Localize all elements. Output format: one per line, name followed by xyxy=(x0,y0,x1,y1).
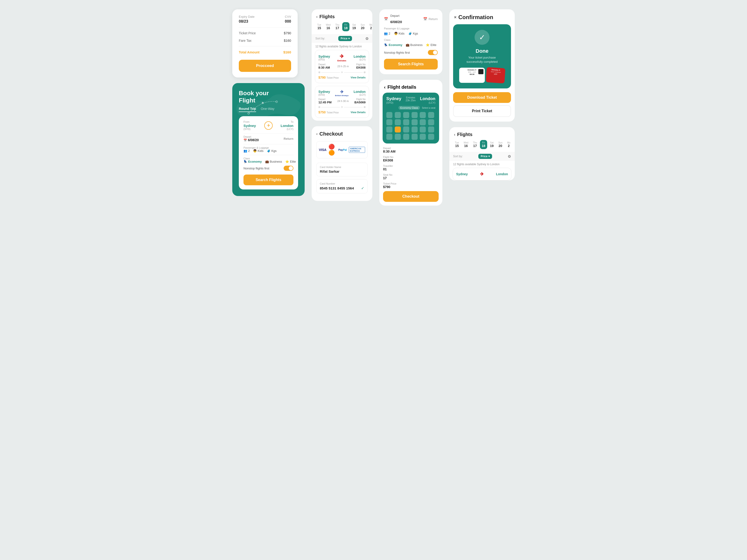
proceed-button[interactable]: Procceed xyxy=(239,60,291,72)
date-item-mo2[interactable]: Mo2 xyxy=(367,22,372,31)
date-item-tue15[interactable]: Tue15 xyxy=(315,22,323,31)
seat-18[interactable] xyxy=(428,127,434,133)
card-number-field[interactable]: Card Number 8545 5131 8455 1564 ✓ xyxy=(316,179,368,193)
seat-14-selected[interactable] xyxy=(395,127,401,133)
sm-flight-item-ek008[interactable]: Sydney ✈ London xyxy=(453,168,512,180)
seat-23[interactable] xyxy=(420,134,426,140)
checkout-button[interactable]: Checkout xyxy=(383,191,439,202)
seat-21[interactable] xyxy=(403,134,409,140)
ba-logo: ✈ xyxy=(335,89,349,95)
check-circle-icon: ✓ xyxy=(361,186,364,190)
fl2-from-city: Sydney xyxy=(318,90,330,94)
date-item-sat19[interactable]: Sat19 xyxy=(351,22,358,31)
fl2-to-code: (LCY) xyxy=(354,94,365,96)
seat-13[interactable] xyxy=(386,127,392,133)
flight-item-ek008[interactable]: Sydney (SYD) ✈ Emirates London (LCY) Dep… xyxy=(315,50,369,83)
fl1-flightno: EK008 xyxy=(356,66,365,69)
seat-10[interactable] xyxy=(412,119,418,125)
seat-select-label: Select a seat xyxy=(422,107,435,109)
business-option[interactable]: 💼 Business xyxy=(265,160,282,163)
filter-economy[interactable]: 💺 Economy xyxy=(384,43,403,47)
flight-item-ba5069[interactable]: Sydney (SYD) ✈ British Airways London (L… xyxy=(315,86,369,118)
fl1-to-code: (LCY) xyxy=(354,58,365,61)
fl1-dot-end xyxy=(364,72,365,73)
fl2-flightno: BA5069 xyxy=(354,101,365,104)
sm-date-sun20[interactable]: Sun20 xyxy=(496,140,505,149)
economy-option[interactable]: 💺 Economy xyxy=(243,160,262,163)
done-check-icon: ✓ xyxy=(474,30,490,45)
checkout-back-icon[interactable]: ‹ xyxy=(316,132,317,136)
flights-title: Flights xyxy=(319,14,335,19)
sm-date-mo2[interactable]: Mo2 xyxy=(505,140,512,149)
filter-passengers-row: 👥 2 👦 Kids 🧳 Kgs xyxy=(384,32,438,35)
paypal-icon[interactable]: PayPal xyxy=(338,149,347,151)
fl2-to-city: London xyxy=(354,90,365,94)
filter-nonstop-toggle[interactable] xyxy=(428,50,438,55)
mastercard-icon[interactable]: 🔴🟠 xyxy=(329,144,337,156)
fl1-from-city: Sydney xyxy=(318,55,330,58)
sm-sort-pill[interactable]: Price ▾ xyxy=(478,154,492,159)
sm-sort-value: Price xyxy=(481,155,487,158)
seat-11[interactable] xyxy=(420,119,426,125)
print-ticket-button[interactable]: Print Ticket xyxy=(453,105,511,117)
back-arrow-icon[interactable]: ‹ xyxy=(316,15,317,19)
filter-kgs: Kgs xyxy=(413,32,418,35)
filter-icon[interactable]: ⚙ xyxy=(365,36,368,41)
seat-4[interactable] xyxy=(412,112,418,118)
fl2-view-details[interactable]: View Details xyxy=(351,111,365,114)
fl1-view-details[interactable]: View Details xyxy=(351,76,365,79)
date-item-wed16[interactable]: Wed16 xyxy=(324,22,332,31)
filter-business[interactable]: 💼 Business xyxy=(406,43,423,47)
card-number-label: Card Number xyxy=(320,182,364,185)
sm-filter-icon[interactable]: ⚙ xyxy=(508,154,511,159)
visa-icon[interactable]: VISA xyxy=(319,148,327,152)
sm-sort-label: Sort by: xyxy=(453,155,463,158)
seat-15[interactable] xyxy=(403,127,409,133)
flight-details-card: ‹ Flight details Sydney (SYD) Emirates 2… xyxy=(379,80,442,206)
amex-icon[interactable]: AMERICAN EXPRESS xyxy=(349,147,365,153)
card-holder-field[interactable]: Card Holder Name Rifat Sarkar xyxy=(316,163,368,177)
sort-pill[interactable]: Price ▾ xyxy=(338,36,352,41)
seat-6[interactable] xyxy=(428,112,434,118)
depart-label: Depart xyxy=(243,135,259,138)
fl2-depart-time: 12:45 PM xyxy=(318,101,332,104)
search-flights-button[interactable]: Search Flights xyxy=(243,175,293,185)
sm-date-sat19[interactable]: Sat19 xyxy=(488,140,496,149)
seat-20[interactable] xyxy=(395,134,401,140)
date-item-fri18[interactable]: Fri18 xyxy=(342,22,350,31)
elite-option[interactable]: ⭐ Elite xyxy=(285,160,296,163)
seat-8[interactable] xyxy=(395,119,401,125)
fl1-depart-time: 8:30 AM xyxy=(318,66,330,69)
sort-value: Price xyxy=(341,37,347,40)
filter-elite[interactable]: ⭐ Elite xyxy=(426,43,436,47)
nonstop-toggle[interactable] xyxy=(284,166,293,171)
sm-date-thu17[interactable]: Thu17 xyxy=(471,140,479,149)
seat-grid xyxy=(386,112,435,140)
seat-3[interactable] xyxy=(403,112,409,118)
date-item-thu17[interactable]: Thu17 xyxy=(333,22,341,31)
download-ticket-button[interactable]: Download Ticket xyxy=(453,92,511,103)
seat-17[interactable] xyxy=(420,127,426,133)
seat-19[interactable] xyxy=(386,134,392,140)
details-back-icon[interactable]: ‹ xyxy=(384,84,386,90)
seat-2[interactable] xyxy=(395,112,401,118)
sm-back-arrow-icon[interactable]: ‹ xyxy=(454,133,455,137)
filter-search-button[interactable]: Search Flights xyxy=(384,59,438,70)
seat-1[interactable] xyxy=(386,112,392,118)
seat-7[interactable] xyxy=(386,119,392,125)
seat-16[interactable] xyxy=(412,127,418,133)
swap-icon[interactable]: ✈ xyxy=(264,121,273,130)
close-icon[interactable]: × xyxy=(454,15,457,20)
sm-date-tue15[interactable]: Tue15 xyxy=(453,140,461,149)
seat-9[interactable] xyxy=(403,119,409,125)
seat-24[interactable] xyxy=(428,134,434,140)
seat-12[interactable] xyxy=(428,119,434,125)
seat-22[interactable] xyxy=(412,134,418,140)
date-item-sun20[interactable]: Sun20 xyxy=(359,22,367,31)
seat-5[interactable] xyxy=(420,112,426,118)
detail-depart-time: 8:30 AM xyxy=(383,150,439,153)
sm-date-fri18[interactable]: Fri18 xyxy=(480,140,487,149)
sm-date-wed16[interactable]: Wed16 xyxy=(462,140,470,149)
sm-flights-title: Flights xyxy=(457,132,472,137)
flights-list-card: ‹ Flights Tue15 Wed16 Thu17 Fri18 Sat19 … xyxy=(312,9,372,121)
